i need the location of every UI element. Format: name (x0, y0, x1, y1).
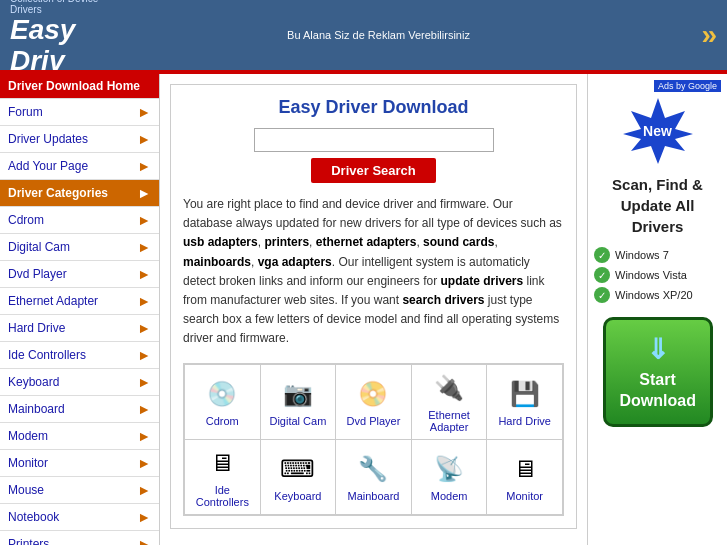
sidebar-item-ethernet-adapter[interactable]: Ethernet Adapter ► (0, 288, 159, 315)
header-ad-text: Bu Alana Siz de Reklam Verebilirsiniz (120, 29, 637, 41)
categories-arrow-icon: ► (137, 185, 151, 201)
sidebar-item-driver-updates[interactable]: Driver Updates ► (0, 126, 159, 153)
mainboard-label: Mainboard (340, 490, 407, 502)
printers-arrow-icon: ► (137, 536, 151, 545)
check-icon-vista: ✓ (594, 267, 610, 283)
sidebar-item-printers[interactable]: Printers ► (0, 531, 159, 545)
driver-grid: 💿 Cdrom 📷 Digital Cam 📀 Dvd Player (183, 363, 564, 516)
notebook-arrow-icon: ► (137, 509, 151, 525)
mainboard-arrow-icon: ► (137, 401, 151, 417)
ide-controllers-arrow-icon: ► (137, 347, 151, 363)
mouse-arrow-icon: ► (137, 482, 151, 498)
sidebar-item-driver-download-home[interactable]: Driver Download Home (0, 74, 159, 99)
check-icon-xp: ✓ (594, 287, 610, 303)
ethernet-adapter-icon: 🔌 (429, 371, 469, 405)
ide-controllers-label: Ide Controllers (189, 484, 256, 508)
download-arrow-icon: ⇓ (620, 332, 696, 368)
sidebar-item-dvd-player[interactable]: Dvd Player ► (0, 261, 159, 288)
monitor-label: Monitor (491, 490, 558, 502)
driver-cell-mainboard[interactable]: 🔧 Mainboard (336, 439, 412, 514)
driver-cell-ethernet-adapter[interactable]: 🔌 Ethernet Adapter (411, 364, 487, 439)
ethernet-adapter-label: Ethernet Adapter (416, 409, 483, 433)
keyboard-label: Keyboard (265, 490, 332, 502)
content-text: You are right place to find and device d… (183, 195, 564, 349)
driver-cell-cdrom[interactable]: 💿 Cdrom (185, 364, 261, 439)
keyboard-arrow-icon: ► (137, 374, 151, 390)
sidebar-item-notebook[interactable]: Notebook ► (0, 504, 159, 531)
cdrom-arrow-icon: ► (137, 212, 151, 228)
monitor-icon: 🖥 (505, 452, 545, 486)
dvd-player-label: Dvd Player (340, 415, 407, 427)
driver-updates-arrow-icon: ► (137, 131, 151, 147)
sidebar-item-ide-controllers[interactable]: Ide Controllers ► (0, 342, 159, 369)
search-input[interactable] (254, 128, 494, 152)
sidebar-item-forum[interactable]: Forum ► (0, 99, 159, 126)
driver-cell-hard-drive[interactable]: 💾 Hard Drive (487, 364, 563, 439)
sidebar-item-add-your-page[interactable]: Add Your Page ► (0, 153, 159, 180)
check-item-win7: ✓ Windows 7 (594, 247, 721, 263)
main-content: Easy Driver Download Driver Search You a… (160, 74, 587, 545)
logo-subtitle: Collection of Device Drivers (10, 0, 120, 15)
header-right: » (637, 19, 717, 51)
check-item-xp: ✓ Windows XP/20 (594, 287, 721, 303)
driver-cell-digital-cam[interactable]: 📷 Digital Cam (260, 364, 336, 439)
sidebar-item-mouse[interactable]: Mouse ► (0, 477, 159, 504)
hard-drive-arrow-icon: ► (137, 320, 151, 336)
digital-cam-icon: 📷 (278, 377, 318, 411)
mainboard-icon: 🔧 (353, 452, 393, 486)
page-heading: Easy Driver Download (183, 97, 564, 118)
sidebar-item-cdrom[interactable]: Cdrom ► (0, 207, 159, 234)
keyboard-icon: ⌨ (278, 452, 318, 486)
scan-find-update-text: Scan, Find & Update All Drivers (594, 174, 721, 237)
forum-arrow-icon: ► (137, 104, 151, 120)
new-burst-label: New (643, 123, 672, 139)
monitor-arrow-icon: ► (137, 455, 151, 471)
modem-icon: 📡 (429, 452, 469, 486)
sidebar-item-hard-drive[interactable]: Hard Drive ► (0, 315, 159, 342)
search-button[interactable]: Driver Search (311, 158, 436, 183)
digital-cam-arrow-icon: ► (137, 239, 151, 255)
logo-title: Easy Driv (10, 15, 120, 77)
modem-label: Modem (416, 490, 483, 502)
sidebar-item-mainboard[interactable]: Mainboard ► (0, 396, 159, 423)
header: Collection of Device Drivers Easy Driv B… (0, 0, 727, 70)
start-download-button[interactable]: ⇓ StartDownload (603, 317, 713, 427)
driver-cell-ide-controllers[interactable]: 🖥 Ide Controllers (185, 439, 261, 514)
add-your-page-arrow-icon: ► (137, 158, 151, 174)
modem-arrow-icon: ► (137, 428, 151, 444)
download-label: StartDownload (620, 371, 696, 409)
arrow-right-icon: » (701, 19, 717, 51)
check-icon-win7: ✓ (594, 247, 610, 263)
right-panel: Ads by Google New Scan, Find & Update Al… (587, 74, 727, 545)
sidebar: Driver Download Home Forum ► Driver Upda… (0, 74, 160, 545)
layout: Driver Download Home Forum ► Driver Upda… (0, 74, 727, 545)
ethernet-adapter-arrow-icon: ► (137, 293, 151, 309)
driver-cell-keyboard[interactable]: ⌨ Keyboard (260, 439, 336, 514)
digital-cam-label: Digital Cam (265, 415, 332, 427)
hard-drive-label: Hard Drive (491, 415, 558, 427)
sidebar-item-keyboard[interactable]: Keyboard ► (0, 369, 159, 396)
driver-cell-dvd-player[interactable]: 📀 Dvd Player (336, 364, 412, 439)
cdrom-label: Cdrom (189, 415, 256, 427)
sidebar-item-digital-cam[interactable]: Digital Cam ► (0, 234, 159, 261)
driver-cell-monitor[interactable]: 🖥 Monitor (487, 439, 563, 514)
sidebar-item-monitor[interactable]: Monitor ► (0, 450, 159, 477)
content-box: Easy Driver Download Driver Search You a… (170, 84, 577, 529)
categories-header: Driver Categories ► (0, 180, 159, 207)
dvd-player-icon: 📀 (353, 377, 393, 411)
check-item-vista: ✓ Windows Vista (594, 267, 721, 283)
dvd-player-arrow-icon: ► (137, 266, 151, 282)
ide-controllers-icon: 🖥 (202, 446, 242, 480)
sidebar-item-modem[interactable]: Modem ► (0, 423, 159, 450)
logo: Collection of Device Drivers Easy Driv (10, 0, 120, 77)
hard-drive-icon: 💾 (505, 377, 545, 411)
cdrom-icon: 💿 (202, 377, 242, 411)
ad-badge: Ads by Google (654, 80, 721, 92)
driver-cell-modem[interactable]: 📡 Modem (411, 439, 487, 514)
search-bar: Driver Search (183, 128, 564, 183)
